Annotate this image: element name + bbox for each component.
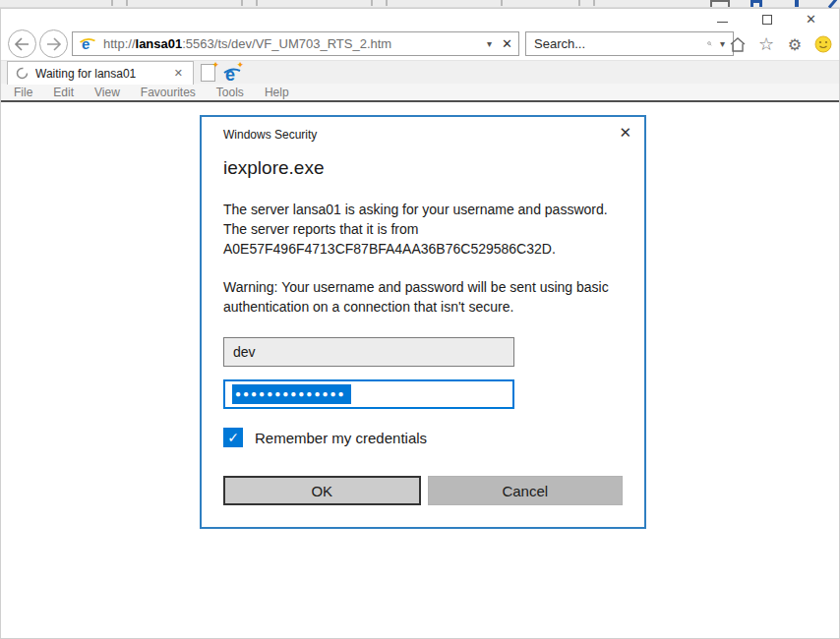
tab-bar: Waiting for lansa01 ✕ ✦ e ✦ — [1, 60, 839, 84]
dialog-message: The server lansa01 is asking for your us… — [223, 200, 609, 259]
remember-credentials-label: Remember my credentials — [255, 430, 427, 446]
active-tab[interactable]: Waiting for lansa01 ✕ — [7, 61, 194, 85]
svg-text:e: e — [225, 65, 235, 85]
settings-button[interactable]: ⚙ — [785, 34, 805, 54]
menu-view[interactable]: View — [94, 86, 120, 99]
search-dropdown-icon[interactable]: ▾ — [720, 38, 725, 49]
url-text: http://lansa01:5563/ts/dev/VF_UM703_RTS_… — [103, 36, 483, 51]
url-host: lansa01 — [136, 36, 183, 51]
forward-button[interactable] — [39, 29, 68, 58]
feedback-smiley-icon — [814, 35, 832, 53]
menu-tools[interactable]: Tools — [216, 86, 244, 99]
home-button[interactable] — [728, 34, 748, 54]
back-arrow-icon — [14, 37, 30, 51]
new-tab-star-icon: ✦ — [211, 60, 219, 70]
background-window-fragment — [578, 0, 580, 6]
forward-arrow-icon — [45, 37, 62, 51]
menu-favourites[interactable]: Favourites — [141, 86, 196, 99]
ie-logo-icon: e — [79, 35, 96, 53]
background-window-fragment — [710, 0, 730, 7]
favorites-button[interactable]: ☆ — [756, 34, 776, 54]
password-masked-text: ●●●●●●●●●●●●●● — [232, 384, 351, 404]
minimize-button[interactable] — [700, 11, 745, 28]
cancel-button[interactable]: Cancel — [428, 476, 624, 505]
address-dropdown-icon[interactable]: ▾ — [487, 38, 492, 49]
open-edge-button[interactable]: e ✦ — [221, 61, 243, 85]
home-icon — [729, 36, 747, 53]
ok-button[interactable]: OK — [223, 476, 421, 505]
search-input[interactable] — [534, 36, 707, 51]
minimize-icon — [717, 22, 728, 23]
tab-loading-icon — [16, 67, 29, 80]
dialog-app-name: iexplore.exe — [223, 157, 623, 179]
maximize-button[interactable] — [745, 11, 789, 28]
url-prefix: http:// — [103, 36, 136, 51]
background-window-fragment — [111, 0, 113, 6]
stop-icon[interactable]: ✕ — [502, 36, 512, 51]
window-controls: ✕ — [700, 11, 833, 28]
close-button[interactable]: ✕ — [789, 11, 833, 28]
background-window-fragment — [593, 0, 595, 6]
background-window-fragment — [386, 0, 388, 6]
settings-gear-icon: ⚙ — [788, 35, 802, 54]
navigation-bar: e http://lansa01:5563/ts/dev/VF_UM703_RT… — [1, 29, 839, 60]
background-window-fragment — [501, 0, 503, 6]
close-icon: ✕ — [806, 13, 816, 26]
background-window-fragment — [126, 0, 128, 6]
remember-credentials-checkbox[interactable]: ✓ — [223, 428, 243, 447]
tab-close-icon[interactable]: ✕ — [172, 67, 185, 80]
menu-edit[interactable]: Edit — [53, 86, 74, 99]
background-window-fragment — [750, 0, 762, 7]
search-icon[interactable] — [707, 36, 712, 51]
windows-security-dialog: Windows Security ✕ iexplore.exe The serv… — [200, 115, 646, 529]
dialog-buttons: OK Cancel — [223, 476, 623, 505]
favorites-star-icon: ☆ — [758, 33, 774, 55]
dialog-warning: Warning: Your username and password will… — [223, 277, 609, 317]
maximize-icon — [762, 15, 772, 25]
password-field[interactable]: ●●●●●●●●●●●●●● — [223, 379, 514, 409]
feedback-button[interactable] — [813, 34, 833, 54]
background-window-strip — [0, 0, 840, 8]
svg-text:e: e — [82, 35, 90, 52]
back-button[interactable] — [8, 29, 36, 58]
menu-help[interactable]: Help — [265, 86, 289, 99]
screen: ✕ e http://lansa01:5563/ts/dev/VF_UM — [0, 0, 840, 639]
url-path: :5563/ts/dev/VF_UM703_RTS_2.htm — [182, 36, 391, 51]
username-field[interactable] — [223, 337, 514, 367]
background-window-fragment — [241, 0, 243, 6]
tab-title: Waiting for lansa01 — [35, 67, 172, 81]
background-window-fragment — [371, 0, 373, 6]
menu-bar: File Edit View Favourites Tools Help — [1, 84, 839, 100]
menu-file[interactable]: File — [14, 86, 32, 99]
checkmark-icon: ✓ — [227, 431, 239, 444]
background-window-fragment — [256, 0, 258, 6]
edge-star-icon: ✦ — [236, 60, 244, 70]
address-bar[interactable]: e http://lansa01:5563/ts/dev/VF_UM703_RT… — [72, 31, 519, 56]
dialog-close-icon[interactable]: ✕ — [619, 125, 631, 140]
browser-toolbar: ☆ ⚙ — [728, 31, 833, 57]
dialog-title: Windows Security — [223, 127, 623, 143]
search-box[interactable]: ▾ — [525, 31, 734, 56]
new-tab-button[interactable]: ✦ — [201, 64, 215, 82]
title-bar: ✕ — [1, 9, 839, 29]
remember-credentials-row[interactable]: ✓ Remember my credentials — [223, 428, 623, 447]
background-window-fragment — [795, 0, 799, 7]
